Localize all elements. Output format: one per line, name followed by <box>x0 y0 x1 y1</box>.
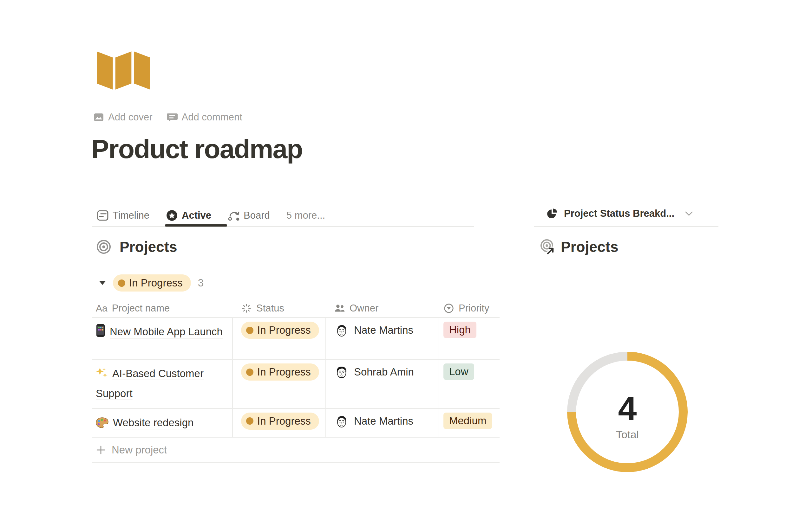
status-dot-icon <box>246 369 253 376</box>
avatar-nate-martins <box>334 323 349 337</box>
column-label: Owner <box>350 302 378 314</box>
palette-icon <box>96 417 108 428</box>
sparkles-icon <box>96 367 108 379</box>
table-row: AI-Based Customer Support In Progress <box>92 360 500 409</box>
project-link[interactable]: Website redesign <box>113 417 194 429</box>
tabs-divider <box>92 226 474 227</box>
cell-status[interactable]: In Progress <box>233 360 326 408</box>
tab-more-label: 5 more... <box>287 210 325 221</box>
cell-project-name[interactable]: AI-Based Customer Support <box>92 360 233 408</box>
target-icon <box>96 239 111 255</box>
map-icon <box>97 51 150 90</box>
project-link[interactable]: New Mobile App Launch <box>110 326 223 337</box>
priority-pill: High <box>444 322 476 338</box>
owner-name: Nate Martins <box>354 414 413 429</box>
new-project-button[interactable]: New project <box>92 438 500 463</box>
status-dot-icon <box>118 279 125 287</box>
text-property-icon: Aa <box>96 303 107 314</box>
new-project-label: New project <box>112 444 167 456</box>
status-pill: In Progress <box>241 412 319 430</box>
page-icon[interactable] <box>97 51 150 91</box>
picture-icon <box>93 112 104 123</box>
table-row: New Mobile App Launch In Progress Nate M… <box>92 318 500 360</box>
table-header-row: Aa Project name Status <box>92 299 500 318</box>
priority-pill: Low <box>444 363 474 380</box>
priority-pill: Medium <box>444 412 492 429</box>
tab-more[interactable]: 5 more... <box>287 205 325 226</box>
add-comment-label: Add comment <box>182 112 242 123</box>
tab-board[interactable]: Board <box>228 205 270 226</box>
status-spinner-icon <box>241 303 252 314</box>
chart-tabs-divider <box>534 226 718 227</box>
page-meta-actions: Add cover Add comment <box>93 112 242 123</box>
projects-table: Aa Project name Status <box>92 299 500 463</box>
target-arrow-icon <box>539 239 556 255</box>
cell-priority[interactable]: Low <box>438 360 500 408</box>
comment-icon <box>166 112 178 123</box>
tab-board-label: Board <box>244 210 270 221</box>
cell-priority[interactable]: High <box>438 318 500 359</box>
column-label: Project name <box>112 302 170 314</box>
column-label: Priority <box>459 302 489 314</box>
donut-total-label: Total <box>567 429 688 441</box>
product-roadmap-page: Add cover Add comment Product roadmap Ti… <box>0 0 812 507</box>
owner-name: Sohrab Amin <box>354 365 414 379</box>
cell-priority[interactable]: Medium <box>438 409 500 437</box>
column-header-project-name[interactable]: Aa Project name <box>92 299 233 317</box>
group-count: 3 <box>198 277 204 289</box>
cell-owner[interactable]: Nate Martins <box>326 318 438 359</box>
priority-circle-icon <box>444 303 454 314</box>
chevron-down-icon[interactable] <box>684 210 693 217</box>
projects-section-header: Projects <box>96 238 177 256</box>
cell-status[interactable]: In Progress <box>233 318 326 359</box>
table-row: Website redesign In Progress Nate Martin… <box>92 409 500 438</box>
board-view-icon <box>228 210 240 222</box>
cell-project-name[interactable]: Website redesign <box>92 409 233 437</box>
status-dot-icon <box>246 417 253 425</box>
plus-icon <box>96 445 106 455</box>
tab-active-label: Active <box>182 210 211 221</box>
group-status-label: In Progress <box>129 277 183 289</box>
status-label: In Progress <box>257 415 311 427</box>
cell-owner[interactable]: Sohrab Amin <box>326 360 438 408</box>
timeline-view-icon <box>97 210 109 222</box>
owner-name: Nate Martins <box>354 323 413 337</box>
add-comment-button[interactable]: Add comment <box>166 112 242 123</box>
tab-timeline-label: Timeline <box>113 210 149 221</box>
projects-heading[interactable]: Projects <box>119 238 177 256</box>
cell-status[interactable]: In Progress <box>233 409 326 437</box>
phone-icon <box>96 324 105 337</box>
status-pill: In Progress <box>241 363 319 381</box>
status-breakdown-donut-chart[interactable]: 4 Total <box>567 352 688 472</box>
column-label: Status <box>256 302 284 314</box>
status-label: In Progress <box>257 324 311 336</box>
status-label: In Progress <box>257 366 311 378</box>
page-title[interactable]: Product roadmap <box>91 134 302 164</box>
column-header-owner[interactable]: Owner <box>326 299 438 317</box>
chart-view-tab-label: Project Status Breakd... <box>564 208 674 219</box>
collapse-triangle-icon[interactable] <box>99 281 106 285</box>
tab-timeline[interactable]: Timeline <box>97 205 149 226</box>
column-header-priority[interactable]: Priority <box>438 299 500 317</box>
cell-project-name[interactable]: New Mobile App Launch <box>92 318 233 359</box>
active-tab-underline <box>165 224 227 227</box>
project-link[interactable]: AI-Based Customer Support <box>96 368 204 399</box>
avatar-nate-martins <box>334 414 349 429</box>
status-pill: In Progress <box>241 322 319 339</box>
chart-section-header: Projects <box>539 238 618 256</box>
pie-chart-icon <box>546 208 558 220</box>
cell-owner[interactable]: Nate Martins <box>326 409 438 437</box>
chart-view-tab[interactable]: Project Status Breakd... <box>546 208 693 220</box>
chart-projects-heading[interactable]: Projects <box>561 238 618 256</box>
group-status-pill[interactable]: In Progress <box>113 274 191 291</box>
star-icon <box>166 210 178 222</box>
avatar-sohrab-amin <box>334 365 349 379</box>
tab-active[interactable]: Active <box>166 205 211 226</box>
people-icon <box>334 303 345 314</box>
column-header-status[interactable]: Status <box>233 299 326 317</box>
add-cover-label: Add cover <box>108 112 153 123</box>
view-tabs: Timeline Active Board 5 more... <box>97 205 325 226</box>
donut-total-value: 4 <box>567 392 688 425</box>
group-row-in-progress: In Progress 3 <box>99 274 204 291</box>
add-cover-button[interactable]: Add cover <box>93 112 153 123</box>
